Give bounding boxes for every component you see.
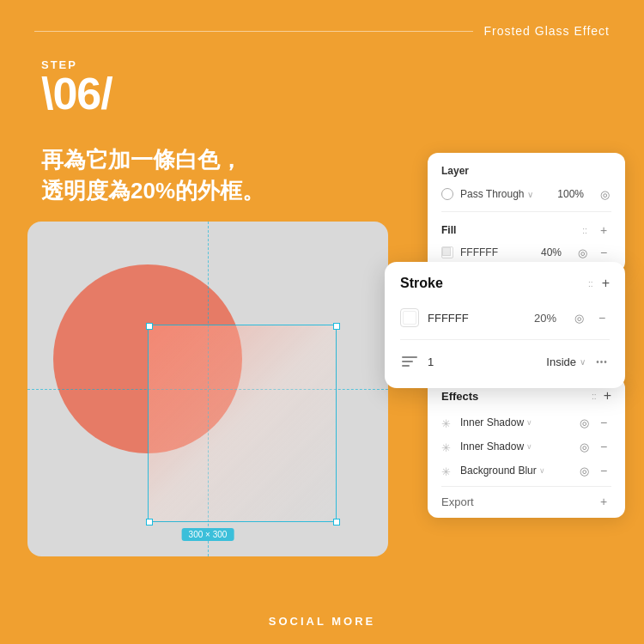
divider <box>441 211 611 212</box>
effect-icon-2 <box>441 440 453 453</box>
description-line1: 再為它加一條白色， <box>41 144 264 175</box>
effect-row-2: Inner Shadow ∨ ◎ − <box>441 434 611 459</box>
footer: SOCIAL MORE <box>0 613 644 629</box>
effect-remove-2[interactable]: − <box>596 439 611 454</box>
effect-label-1: Inner Shadow ∨ <box>460 416 570 428</box>
description-line2: 透明度為20%的外框。 <box>41 175 264 206</box>
corner-handle-br[interactable] <box>333 519 340 526</box>
export-add-button[interactable]: + <box>596 494 611 509</box>
effects-grid-icon: :: <box>592 392 597 401</box>
effects-panel: Effects :: + Inner Shadow ∨ ◎ − Inner Sh… <box>428 378 625 518</box>
step-label: STEP \06/ <box>41 58 112 116</box>
effect-icon-1 <box>441 416 453 428</box>
size-label: 300 × 300 <box>182 528 234 541</box>
stroke-chevron-icon: ∨ <box>580 357 586 367</box>
blend-icon <box>441 188 453 200</box>
effect-chevron-1: ∨ <box>526 418 532 427</box>
effect-remove-1[interactable]: − <box>596 415 611 430</box>
fill-opacity-value: 40% <box>541 246 562 258</box>
effect-actions-1: ◎ − <box>577 415 611 430</box>
effects-add-button[interactable]: + <box>604 388 611 404</box>
lines-icon <box>400 352 419 371</box>
opacity-value: 100% <box>557 188 584 200</box>
stroke-header: Stroke :: + <box>400 276 610 291</box>
fill-color-value[interactable]: FFFFFF <box>460 246 534 258</box>
stroke-panel-title: Stroke <box>400 276 443 291</box>
effect-eye-2[interactable]: ◎ <box>577 440 591 453</box>
fill-add-button[interactable]: + <box>596 222 611 238</box>
effect-icon-3 <box>441 465 453 477</box>
effect-actions-2: ◎ − <box>577 439 611 454</box>
effects-header: Effects :: + <box>441 388 611 404</box>
corner-handle-bl[interactable] <box>146 519 153 526</box>
stroke-divider <box>400 339 610 340</box>
eye-icon[interactable]: ◎ <box>598 187 611 201</box>
stroke-panel: Stroke :: + FFFFFF 20% ◎ − 1 Inside ∨ <box>385 262 625 388</box>
fill-remove-button[interactable]: − <box>596 245 611 260</box>
effects-panel-title: Effects <box>441 390 478 403</box>
stroke-add-button[interactable]: + <box>602 276 610 291</box>
fill-grid-icon: :: <box>577 222 592 238</box>
fill-actions: :: + <box>577 222 611 238</box>
corner-handle-tl[interactable] <box>146 323 153 330</box>
canvas-preview: 300 × 300 <box>27 222 388 556</box>
layer-panel: Layer Pass Through ∨ 100% ◎ Fill :: + FF… <box>428 153 625 272</box>
fill-color-swatch[interactable] <box>441 246 453 258</box>
effect-row-3: Background Blur ∨ ◎ − <box>441 459 611 483</box>
stroke-more-button[interactable] <box>594 354 610 369</box>
page-title: Frosted Glass Effect <box>483 24 610 38</box>
export-row: Export + <box>441 486 611 509</box>
stroke-position-label[interactable]: Inside ∨ <box>546 355 586 368</box>
effect-label-3: Background Blur ∨ <box>460 465 570 477</box>
header-bar: Frosted Glass Effect <box>34 24 610 38</box>
fill-color-row: FFFFFF 40% ◎ − <box>441 241 611 264</box>
stroke-remove-button[interactable]: − <box>594 310 610 325</box>
export-label: Export <box>441 495 474 508</box>
effects-header-icons: :: + <box>592 388 611 404</box>
stroke-weight-value[interactable]: 1 <box>428 355 538 368</box>
fill-title: Fill <box>441 224 570 236</box>
effect-chevron-2: ∨ <box>526 442 532 451</box>
layer-blend-row: Pass Through ∨ 100% ◎ <box>441 184 611 204</box>
header-divider <box>34 31 473 32</box>
effect-label-2: Inner Shadow ∨ <box>460 440 570 453</box>
fill-header-row: Fill :: + <box>441 219 611 241</box>
canvas-inner: 300 × 300 <box>27 222 388 556</box>
stroke-color-value[interactable]: FFFFFF <box>428 312 526 325</box>
description-block: 再為它加一條白色， 透明度為20%的外框。 <box>41 144 264 207</box>
stroke-opacity-value: 20% <box>534 312 556 325</box>
corner-handle-tr[interactable] <box>333 323 340 330</box>
effect-remove-3[interactable]: − <box>596 463 611 478</box>
effect-row-1: Inner Shadow ∨ ◎ − <box>441 410 611 434</box>
social-text: SOCIAL MORE <box>269 615 376 628</box>
stroke-header-icons: :: + <box>588 276 610 291</box>
layer-panel-title: Layer <box>441 165 611 177</box>
stroke-eye-icon[interactable]: ◎ <box>572 311 586 325</box>
glass-rectangle[interactable] <box>148 325 337 522</box>
stroke-grid-icon: :: <box>588 279 593 289</box>
stroke-color-swatch[interactable] <box>400 308 419 327</box>
stroke-weight-row: 1 Inside ∨ <box>400 347 610 376</box>
stroke-color-row: FFFFFF 20% ◎ − <box>400 303 610 332</box>
effect-actions-3: ◎ − <box>577 463 611 478</box>
effect-eye-3[interactable]: ◎ <box>577 464 591 477</box>
blend-mode-label[interactable]: Pass Through ∨ <box>460 188 550 200</box>
effect-eye-1[interactable]: ◎ <box>577 416 591 429</box>
fill-eye-icon[interactable]: ◎ <box>575 246 589 259</box>
effect-chevron-3: ∨ <box>539 466 545 475</box>
step-number: \06/ <box>41 71 112 116</box>
